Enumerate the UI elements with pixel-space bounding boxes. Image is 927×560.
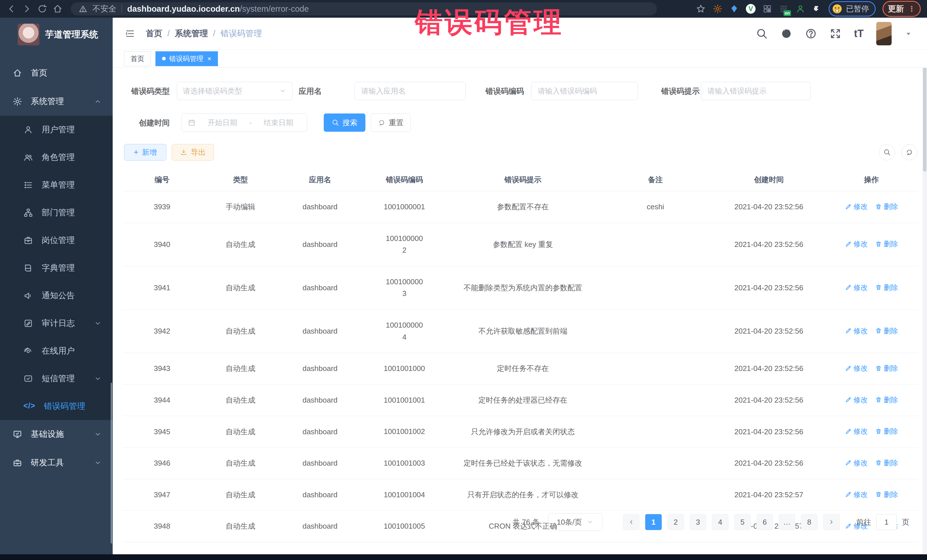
bookmark-star-icon[interactable] — [696, 4, 706, 14]
delete-link[interactable]: 删除 — [875, 239, 898, 249]
puzzle-extension-icon[interactable] — [812, 4, 822, 14]
browser-menu-dots-icon[interactable]: ⋮ — [908, 7, 915, 11]
browser-update-button[interactable]: 更新 ⋮ — [883, 1, 921, 17]
refresh-table-button[interactable] — [901, 144, 917, 160]
github-icon[interactable] — [780, 28, 792, 39]
browser-reload-icon[interactable] — [37, 4, 47, 14]
avatar-caret-icon[interactable] — [904, 29, 913, 38]
page-number-button[interactable]: 4 — [712, 514, 728, 530]
user-avatar[interactable] — [876, 22, 892, 46]
address-bar[interactable]: 不安全 dashboard.yudao.iocoder.cn/system/er… — [71, 2, 657, 15]
breadcrumb-item[interactable]: 首页 — [146, 28, 162, 39]
page-scrollbar-thumb[interactable] — [923, 52, 926, 171]
export-button[interactable]: 导出 — [172, 144, 214, 161]
not-secure-icon — [79, 5, 87, 13]
fullscreen-icon[interactable] — [830, 28, 842, 39]
error-code-input[interactable] — [537, 87, 632, 96]
gem-extension-icon[interactable] — [729, 4, 739, 14]
memo-cell: ceshi — [598, 191, 713, 223]
delete-link[interactable]: 删除 — [875, 202, 898, 211]
delete-link[interactable]: 删除 — [875, 490, 898, 499]
date-range-picker[interactable]: 开始日期 - 结束日期 — [182, 114, 307, 132]
sidebar-item[interactable]: 在线用户 — [0, 337, 112, 365]
edit-link[interactable]: 修改 — [845, 490, 868, 499]
edit-link[interactable]: 修改 — [845, 326, 868, 335]
id-cell: 3942 — [123, 310, 201, 353]
edit-link[interactable]: 修改 — [845, 426, 868, 436]
edit-link[interactable]: 修改 — [845, 364, 868, 373]
grid-extension-icon[interactable] — [763, 4, 772, 14]
search-button[interactable]: 搜索 — [324, 114, 365, 132]
edit-link[interactable]: 修改 — [845, 283, 868, 292]
sidebar-item[interactable]: 短信管理 — [0, 365, 112, 392]
next-page-button[interactable] — [823, 514, 840, 530]
page-number-button[interactable]: 8 — [801, 514, 818, 530]
help-icon[interactable] — [805, 28, 817, 39]
view-tab[interactable]: 错误码管理× — [155, 51, 218, 66]
green-v-extension-icon[interactable]: V — [746, 4, 755, 14]
sidebar-item[interactable]: 审计日志 — [0, 310, 112, 337]
sidebar-item[interactable]: 角色管理 — [0, 143, 112, 171]
page-number-button[interactable]: 3 — [690, 514, 706, 530]
sidebar-scrollbar[interactable] — [111, 382, 112, 544]
delete-link[interactable]: 删除 — [875, 395, 898, 405]
page-number-button[interactable]: 2 — [667, 514, 684, 530]
profile-paused-badge[interactable]: 已暂停 — [828, 1, 876, 17]
sidebar-item[interactable]: 系统管理 — [0, 87, 112, 116]
close-tab-icon[interactable]: × — [207, 55, 211, 62]
delete-link[interactable]: 删除 — [875, 283, 898, 292]
edit-link[interactable]: 修改 — [845, 239, 868, 249]
font-size-icon[interactable]: tT — [854, 29, 864, 39]
page-ellipsis[interactable]: … — [779, 514, 795, 530]
page-scrollbar-track[interactable] — [922, 18, 927, 554]
delete-link[interactable]: 删除 — [875, 458, 898, 467]
delete-link[interactable]: 删除 — [875, 426, 898, 436]
pencil-icon — [845, 459, 852, 466]
sidebar-item[interactable]: 部门管理 — [0, 199, 112, 226]
error-hint-input[interactable] — [707, 87, 805, 96]
goto-page-input[interactable] — [876, 514, 897, 530]
reset-button[interactable]: 重置 — [371, 114, 411, 132]
sidebar-item[interactable]: </>错误码管理 — [0, 392, 112, 420]
hint-cell: 定时任务的处理器已经存在 — [448, 384, 598, 416]
page-size-select[interactable]: 10条/页 — [548, 513, 602, 531]
orange-extension-icon[interactable] — [713, 4, 722, 14]
error-type-select[interactable]: 请选择错误码类型 — [177, 82, 292, 100]
header-search-icon[interactable] — [756, 28, 768, 39]
download-icon — [180, 149, 187, 156]
collapse-sidebar-icon[interactable] — [124, 29, 136, 39]
sidebar-item[interactable]: 通知公告 — [0, 282, 112, 310]
view-tab[interactable]: 首页 — [124, 51, 151, 66]
browser-home-icon[interactable] — [53, 4, 63, 14]
edit-link[interactable]: 修改 — [845, 202, 868, 211]
prev-page-button[interactable] — [623, 514, 640, 530]
browser-forward-icon[interactable] — [22, 4, 32, 14]
delete-link[interactable]: 删除 — [875, 364, 898, 373]
sidebar-item[interactable]: 字典管理 — [0, 254, 112, 282]
add-button[interactable]: + 新增 — [124, 144, 166, 161]
edit-link[interactable]: 修改 — [845, 458, 868, 467]
sidebar-item[interactable]: 岗位管理 — [0, 226, 112, 254]
app-name-input[interactable] — [360, 87, 460, 96]
page-number-button[interactable]: 6 — [757, 514, 773, 530]
sidebar-item[interactable]: 研发工具 — [0, 449, 112, 477]
table-row: 3944自动生成dashboard1001001001定时任务的处理器已经存在2… — [123, 384, 918, 416]
page-number-button[interactable]: 1 — [645, 514, 662, 530]
toggle-search-button[interactable] — [879, 144, 895, 160]
browser-back-icon[interactable] — [6, 4, 17, 14]
delete-link[interactable]: 删除 — [875, 326, 898, 335]
list-extension-icon[interactable]: on — [779, 4, 789, 14]
breadcrumb-item[interactable]: 系统管理 — [175, 28, 208, 39]
sidebar-item[interactable]: 基础设施 — [0, 420, 112, 449]
sidebar-logo-area[interactable]: 芋道管理系统 — [0, 18, 112, 51]
page-number-button[interactable]: 5 — [734, 514, 751, 530]
hint-cell: 只允许修改为开启或者关闭状态 — [448, 416, 598, 448]
sidebar-item[interactable]: 用户管理 — [0, 116, 112, 143]
address-divider — [122, 5, 122, 13]
tab-label: 首页 — [131, 54, 144, 63]
sidebar-item[interactable]: 首页 — [0, 59, 112, 87]
edit-link[interactable]: 修改 — [845, 395, 868, 405]
trash-icon — [875, 203, 882, 210]
person-extension-icon[interactable] — [795, 4, 805, 14]
sidebar-item[interactable]: 菜单管理 — [0, 171, 112, 199]
